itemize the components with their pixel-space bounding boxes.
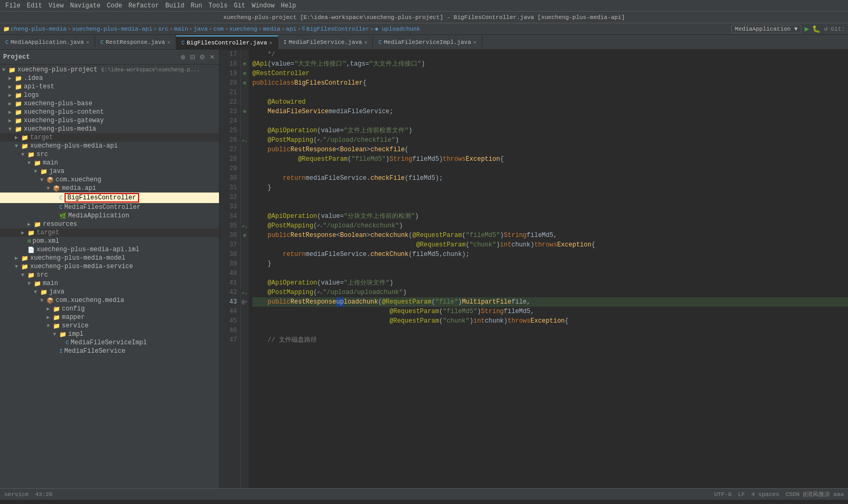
menu-file[interactable]: File bbox=[2, 2, 24, 10]
tree-item-base[interactable]: ▶ 📁 xuecheng-plus-base bbox=[0, 99, 219, 108]
tree-item-media-model[interactable]: ▶ 📁 xuecheng-plus-media-model bbox=[0, 254, 219, 262]
menu-build[interactable]: Build bbox=[162, 2, 187, 10]
tree-label: target bbox=[30, 134, 53, 141]
tree-label: java bbox=[49, 168, 65, 175]
line-num-20: 20 bbox=[230, 78, 237, 88]
tree-item-mapper[interactable]: ▶ 📁 mapper bbox=[0, 313, 219, 322]
refresh-button[interactable]: ↺ bbox=[824, 25, 827, 33]
menu-edit[interactable]: Edit bbox=[24, 2, 45, 10]
tree-label: MediaFileServiceImpl bbox=[71, 339, 147, 346]
run-button[interactable]: ▶ bbox=[805, 24, 809, 33]
menu-view[interactable]: View bbox=[45, 2, 67, 10]
code-line-45: @RequestParam("chunk") int chunk) throws… bbox=[252, 316, 848, 326]
tree-item-resources[interactable]: ▶ 📁 resources bbox=[0, 220, 219, 228]
breadcrumb-item-3[interactable]: src bbox=[158, 26, 169, 32]
tree-item-media-api[interactable]: ▼ 📁 xuecheng-plus-media-api bbox=[0, 142, 219, 150]
debug-button[interactable]: 🐛 bbox=[812, 25, 820, 33]
tree-label: BigFilesController bbox=[65, 193, 140, 203]
folder-icon: 📁 bbox=[53, 323, 60, 329]
tree-item-src[interactable]: ▼ 📁 src bbox=[0, 150, 219, 159]
tree-item-service-pkg[interactable]: ▼ 📁 service bbox=[0, 322, 219, 330]
gutter-38 bbox=[241, 250, 249, 259]
tree-item-com-xuecheng-media[interactable]: ▼ 📦 com.xuecheng.media bbox=[0, 296, 219, 305]
tree-item-iml[interactable]: 📄 xuecheng-plus-media-api.iml bbox=[0, 245, 219, 254]
breadcrumb-item-8[interactable]: media bbox=[263, 26, 280, 32]
menu-window[interactable]: Window bbox=[249, 2, 278, 10]
main-layout: Project ⊕ ⊟ ⚙ ✕ ▼ 📁 xuecheng-plus-projec… bbox=[0, 50, 848, 488]
code-line-32 bbox=[252, 193, 848, 202]
sidebar-close-button[interactable]: ✕ bbox=[208, 52, 216, 62]
tree-item-gateway[interactable]: ▶ 📁 xuecheng-plus-gateway bbox=[0, 116, 219, 125]
run-config-dropdown[interactable]: MediaApplication ▼ bbox=[731, 25, 801, 33]
tab-close[interactable]: ✕ bbox=[269, 40, 272, 46]
tree-item-target2[interactable]: ▶ 📁 target bbox=[0, 228, 219, 237]
tree-item-media-file-service-impl[interactable]: C MediaFileServiceImpl bbox=[0, 338, 219, 347]
menu-refactor[interactable]: Refactor bbox=[125, 2, 162, 10]
tree-item-target1[interactable]: ▶ 📁 target bbox=[0, 133, 219, 142]
menu-tools[interactable]: Tools bbox=[205, 2, 231, 10]
menu-run[interactable]: Run bbox=[187, 2, 205, 10]
tree-item-logs[interactable]: ▶ 📁 logs bbox=[0, 91, 219, 99]
tab-close[interactable]: ✕ bbox=[473, 39, 477, 45]
sidebar-collapse-button[interactable]: ⊟ bbox=[189, 52, 196, 62]
tree-label: service bbox=[62, 322, 88, 329]
tree-item-src-service[interactable]: ▼ 📁 src bbox=[0, 271, 219, 279]
tree-item-com-xuecheng[interactable]: ▼ 📦 com.xuecheng bbox=[0, 176, 219, 184]
breadcrumb-item-11[interactable]: ◆ uploadchunk bbox=[375, 25, 420, 32]
tree-item-root[interactable]: ▼ 📁 xuecheng-plus-project E:\idea-worksp… bbox=[0, 66, 219, 74]
tab-close[interactable]: ✕ bbox=[364, 39, 367, 45]
code-content[interactable]: */ @Api(value = "大文件上传接口", tags = "大文件上传… bbox=[249, 50, 848, 488]
gutter-26: ✔⌄ bbox=[241, 135, 249, 145]
tab-media-application[interactable]: C MediaApplication.java ✕ bbox=[0, 35, 95, 49]
breadcrumb-item-5[interactable]: java bbox=[194, 26, 207, 32]
tab-bigfiles-controller[interactable]: C BigFilesController.java ✕ bbox=[176, 35, 278, 49]
menu-code[interactable]: Code bbox=[104, 2, 125, 10]
tree-item-media[interactable]: ▼ 📁 xuecheng-plus-media bbox=[0, 125, 219, 133]
tab-label: RestResponse.java bbox=[106, 39, 165, 45]
tree-item-config[interactable]: ▶ 📁 config bbox=[0, 305, 219, 313]
tree-arrow: ▶ bbox=[8, 84, 15, 90]
tree-item-bigfiles-controller[interactable]: C BigFilesController bbox=[0, 193, 219, 203]
menu-git[interactable]: Git bbox=[231, 2, 249, 10]
tree-item-java[interactable]: ▼ 📁 java bbox=[0, 167, 219, 176]
tree-item-pom[interactable]: m pom.xml bbox=[0, 237, 219, 245]
tree-item-media-files-controller[interactable]: C MediaFilesController bbox=[0, 203, 219, 212]
tree-label: xuecheng-plus-gateway bbox=[24, 117, 104, 124]
code-line-34: @ApiOperation(value = "分块文件上传前的检测") bbox=[252, 212, 848, 221]
tree-item-content[interactable]: ▶ 📁 xuecheng-plus-content bbox=[0, 108, 219, 116]
gutter-35: ✔⌄ bbox=[241, 221, 249, 231]
tab-rest-response[interactable]: C RestResponse.java ✕ bbox=[95, 35, 176, 49]
breadcrumb-item-4[interactable]: main bbox=[174, 26, 188, 32]
status-bar: service 43:20 UTF-8 LF 4 spaces CSDN @清风… bbox=[0, 488, 848, 500]
tree-item-main-service[interactable]: ▼ 📁 main bbox=[0, 279, 219, 288]
breadcrumb-item-6[interactable]: com bbox=[213, 26, 224, 32]
breadcrumb-item-9[interactable]: api bbox=[286, 26, 297, 32]
tree-item-main[interactable]: ▼ 📁 main bbox=[0, 159, 219, 167]
tab-close[interactable]: ✕ bbox=[86, 39, 89, 45]
breadcrumb-item-10[interactable]: BigFilesController bbox=[306, 26, 369, 32]
tree-item-media-service[interactable]: ▼ 📁 xuecheng-plus-media-service bbox=[0, 262, 219, 271]
sidebar-settings-button[interactable]: ⚙ bbox=[198, 52, 206, 62]
breadcrumb-item-7[interactable]: xuecheng bbox=[230, 26, 258, 32]
breadcrumb-item-1[interactable]: cheng-plus-media bbox=[11, 26, 67, 32]
tree-item-media-application[interactable]: 🌿 MediaApplication bbox=[0, 212, 219, 220]
menu-help[interactable]: Help bbox=[278, 2, 299, 10]
folder-icon: 📁 bbox=[34, 221, 41, 228]
line-num-33: 33 bbox=[230, 202, 237, 212]
tree-item-java-service[interactable]: ▼ 📁 java bbox=[0, 288, 219, 296]
code-line-47: // 文件磁盘路径 bbox=[252, 335, 848, 345]
tab-media-file-service-impl[interactable]: C MediaFileServiceImpl.java ✕ bbox=[373, 35, 482, 49]
tree-item-media-file-service[interactable]: I MediaFileService bbox=[0, 347, 219, 355]
breadcrumb-item-2[interactable]: xuecheng-plus-media-api bbox=[72, 26, 152, 32]
tab-close[interactable]: ✕ bbox=[167, 39, 170, 45]
tree-item-media-api-pkg[interactable]: ▼ 📦 media.api bbox=[0, 184, 219, 193]
tree-arrow: ▼ bbox=[47, 323, 53, 329]
tree-item-idea[interactable]: ▶ 📁 .idea bbox=[0, 74, 219, 83]
sidebar-add-button[interactable]: ⊕ bbox=[179, 52, 187, 62]
tree-label: xuecheng-plus-media bbox=[24, 125, 96, 133]
tree-item-impl[interactable]: ▼ 📁 impl bbox=[0, 330, 219, 338]
tab-media-file-service[interactable]: I MediaFileService.java ✕ bbox=[278, 35, 373, 49]
menu-navigate[interactable]: Navigate bbox=[67, 2, 104, 10]
sidebar-header: Project ⊕ ⊟ ⚙ ✕ bbox=[0, 50, 219, 65]
tree-item-api-test[interactable]: ▶ 📁 api-test bbox=[0, 83, 219, 91]
